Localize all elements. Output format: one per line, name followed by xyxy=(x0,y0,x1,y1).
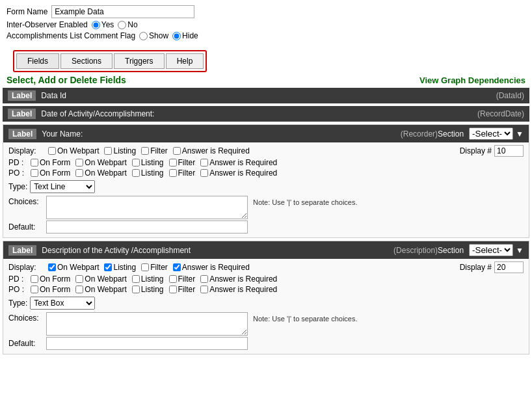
field-name-recorddate: Date of Activity/Accomplishment: xyxy=(41,109,475,118)
po-label-description: PO : xyxy=(8,285,28,294)
tab-sections[interactable]: Sections xyxy=(60,53,113,69)
pd-answer-description[interactable]: Answer is Required xyxy=(200,274,277,284)
pd-onform-recorder[interactable]: On Form xyxy=(31,158,70,167)
display-label-recorder: Display: xyxy=(8,146,44,155)
display-num-input-description[interactable] xyxy=(494,261,524,273)
section-label-recorder: Section xyxy=(438,129,464,139)
inter-observer-yes[interactable]: Yes xyxy=(92,20,114,29)
po-answer-description[interactable]: Answer is Required xyxy=(200,285,277,294)
label-badge-recorder: Label xyxy=(8,129,36,139)
po-filter-description[interactable]: Filter xyxy=(169,285,196,294)
field-code-description: (Description) xyxy=(393,246,438,255)
tabs-container: Fields Sections Triggers Help xyxy=(13,50,207,72)
inter-observer-no[interactable]: No xyxy=(118,20,137,29)
label-badge-dataid: Label xyxy=(8,90,36,101)
display-num-label-description: Display # xyxy=(460,263,492,272)
field-header-recorddate: Label Date of Activity/Accomplishment: (… xyxy=(3,106,529,122)
field-code-recorder: (Recorder) xyxy=(401,129,438,139)
type-label-recorder: Type: xyxy=(8,182,27,191)
main-title: Select, Add or Delete Fields xyxy=(7,75,126,85)
section-dropdown-icon-recorder: ▼ xyxy=(516,129,524,139)
display-num-label-recorder: Display # xyxy=(460,146,492,155)
default-label-description: Default: xyxy=(8,339,41,348)
field-name-description: Description of the Activity /Accomplishm… xyxy=(42,246,391,255)
po-onform-description[interactable]: On Form xyxy=(31,285,70,294)
field-code-recorddate: (RecordDate) xyxy=(477,109,524,118)
choices-note-recorder: Note: Use '|' to separate choices. xyxy=(253,196,358,206)
pd-onform-description[interactable]: On Form xyxy=(31,274,70,284)
pd-filter-description[interactable]: Filter xyxy=(169,274,196,284)
field-header-dataid: Label Data Id (DataId) xyxy=(3,88,529,103)
default-input-recorder[interactable] xyxy=(46,220,248,233)
default-input-description[interactable] xyxy=(46,337,248,350)
field-name-dataid: Data Id xyxy=(41,91,493,100)
pd-listing-recorder[interactable]: Listing xyxy=(132,158,164,167)
pd-answer-recorder[interactable]: Answer is Required xyxy=(200,158,277,167)
pd-label-description: PD : xyxy=(8,274,28,284)
section-select-recorder[interactable]: -Select- xyxy=(469,127,513,140)
pd-onwebpart-recorder[interactable]: On Webpart xyxy=(75,158,126,167)
label-badge-recorddate: Label xyxy=(8,109,36,119)
display-listing-description[interactable]: Listing xyxy=(104,263,136,272)
po-listing-description[interactable]: Listing xyxy=(132,285,164,294)
display-num-input-recorder[interactable] xyxy=(494,145,524,157)
type-select-recorder[interactable]: Text Line Text Box xyxy=(30,180,95,193)
section-select-description[interactable]: -Select- xyxy=(469,244,513,256)
label-badge-description: Label xyxy=(8,245,36,256)
pd-onwebpart-description[interactable]: On Webpart xyxy=(75,274,126,284)
choices-label-recorder: Choices: xyxy=(8,196,41,206)
type-select-description[interactable]: Text Box Text Line xyxy=(30,297,95,310)
field-code-dataid: (DataId) xyxy=(496,91,524,100)
display-answer-description[interactable]: Answer is Required xyxy=(173,263,250,272)
po-label-recorder: PO : xyxy=(8,168,28,178)
pd-filter-recorder[interactable]: Filter xyxy=(169,158,196,167)
display-filter-description[interactable]: Filter xyxy=(141,263,168,272)
po-onwebpart-description[interactable]: On Webpart xyxy=(75,285,126,294)
view-graph-link[interactable]: View Graph Dependencies xyxy=(419,75,525,85)
accomplishments-label: Accomplishments List Comment Flag xyxy=(7,31,135,40)
pd-listing-description[interactable]: Listing xyxy=(132,274,164,284)
field-block-description: Label Description of the Activity /Accom… xyxy=(3,241,529,354)
choices-textarea-description[interactable] xyxy=(46,312,248,336)
display-onwebpart-recorder[interactable]: On Webpart xyxy=(48,146,99,155)
po-onwebpart-recorder[interactable]: On Webpart xyxy=(75,168,126,178)
po-listing-recorder[interactable]: Listing xyxy=(132,168,164,178)
type-label-description: Type: xyxy=(8,299,27,308)
tab-help[interactable]: Help xyxy=(166,53,204,69)
choices-label-description: Choices: xyxy=(8,312,41,323)
display-answer-recorder[interactable]: Answer is Required xyxy=(173,146,250,155)
form-name-label: Form Name xyxy=(7,7,47,16)
section-title-bar: Select, Add or Delete Fields View Graph … xyxy=(0,72,532,88)
po-answer-recorder[interactable]: Answer is Required xyxy=(200,168,277,178)
field-header-recorder: Label Your Name: (Recorder) Section -Sel… xyxy=(3,125,529,142)
section-dropdown-icon-description: ▼ xyxy=(516,246,524,255)
field-block-recorder: Label Your Name: (Recorder) Section -Sel… xyxy=(3,124,529,238)
display-filter-recorder[interactable]: Filter xyxy=(141,146,168,155)
display-listing-recorder[interactable]: Listing xyxy=(104,146,136,155)
display-onwebpart-description[interactable]: On Webpart xyxy=(48,263,99,272)
form-name-input[interactable] xyxy=(51,5,194,18)
choices-note-description: Note: Use '|' to separate choices. xyxy=(253,312,358,323)
po-onform-recorder[interactable]: On Form xyxy=(31,168,70,178)
tab-triggers[interactable]: Triggers xyxy=(114,53,165,69)
pd-label-recorder: PD : xyxy=(8,158,28,167)
tab-fields[interactable]: Fields xyxy=(16,53,59,69)
default-label-recorder: Default: xyxy=(8,222,41,232)
field-name-recorder: Your Name: xyxy=(42,129,397,139)
field-header-description: Label Description of the Activity /Accom… xyxy=(3,241,529,259)
display-label-description: Display: xyxy=(8,263,44,272)
accomplishments-hide[interactable]: Hide xyxy=(172,31,198,40)
choices-textarea-recorder[interactable] xyxy=(46,196,248,219)
po-filter-recorder[interactable]: Filter xyxy=(169,168,196,178)
accomplishments-show[interactable]: Show xyxy=(139,31,168,40)
inter-observer-label: Inter-Observer Enabled xyxy=(7,20,88,29)
section-label-description: Section xyxy=(438,246,464,255)
